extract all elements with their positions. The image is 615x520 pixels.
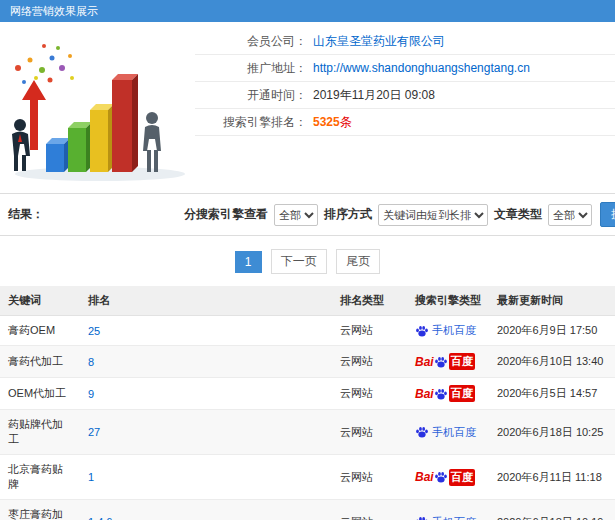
open-time-value: 2019年11月20日 09:08 — [307, 82, 435, 108]
baidu-paw-icon — [415, 324, 429, 338]
cell-updated: 2020年6月9日 17:50 — [489, 316, 615, 346]
cell-keyword: 药贴牌代加工 — [0, 410, 80, 455]
cell-rank-type: 云网站 — [332, 500, 407, 520]
header-updated: 最新更新时间 — [489, 286, 615, 316]
mobile-baidu-label: 手机百度 — [432, 323, 476, 338]
cell-keyword: 北京膏药贴牌 — [0, 455, 80, 500]
baidu-paw-icon — [434, 387, 448, 401]
cell-keyword: 膏药代加工 — [0, 346, 80, 378]
cell-rank-type: 云网站 — [332, 410, 407, 455]
results-tbody: 膏药OEM 25 云网站 手机百度 2020年6月9日 17:50 膏药代加工 … — [0, 316, 615, 520]
rank-count-value: 5325条 — [307, 109, 352, 135]
cell-rank-type: 云网站 — [332, 378, 407, 410]
mobile-baidu-label: 手机百度 — [432, 425, 476, 440]
filter-bar: 结果： 分搜索引擎查看 全部 排序方式 关键词由短到长排序 文章类型 全部 提交 — [0, 193, 615, 236]
page-next-button[interactable]: 下一页 — [271, 249, 327, 274]
promo-url-link[interactable]: http://www.shandonghuangshengtang.cn — [307, 55, 530, 81]
company-link[interactable]: 山东皇圣堂药业有限公司 — [307, 28, 445, 54]
header-rank: 排名 — [80, 286, 332, 316]
page-current[interactable]: 1 — [235, 251, 262, 273]
baidu-bai-text: Bai — [415, 387, 434, 401]
cell-updated: 2020年6月18日 10:19 — [489, 500, 615, 520]
baidu-du-text: 百度 — [449, 469, 475, 486]
baidu-paw-icon — [415, 515, 429, 520]
info-row-company: 会员公司： 山东皇圣堂药业有限公司 — [195, 28, 615, 55]
cell-rank-type: 云网站 — [332, 455, 407, 500]
sort-filter-label: 排序方式 — [324, 206, 372, 223]
baidu-badge: Bai 百度 — [415, 385, 481, 402]
baidu-badge: Bai 百度 — [415, 469, 481, 486]
decorative-3d-bar-chart-image — [0, 22, 195, 185]
company-label: 会员公司： — [195, 28, 307, 54]
table-row: 枣庄膏药加工 1,4,6 云网站 手机百度 2020年6月18日 10:19 — [0, 500, 615, 520]
table-row: 北京膏药贴牌 1 云网站 Bai 百度 2020年6月11日 11:18 — [0, 455, 615, 500]
cell-keyword: OEM代加工 — [0, 378, 80, 410]
table-header-row: 关键词 排名 排名类型 搜索引擎类型 最新更新时间 — [0, 286, 615, 316]
cell-rank[interactable]: 9 — [88, 388, 94, 400]
article-type-label: 文章类型 — [494, 206, 542, 223]
baidu-du-text: 百度 — [449, 385, 475, 402]
info-row-rank-count: 搜索引擎排名： 5325条 — [195, 109, 615, 136]
results-table: 关键词 排名 排名类型 搜索引擎类型 最新更新时间 膏药OEM 25 云网站 手… — [0, 286, 615, 520]
mobile-baidu-badge: 手机百度 — [415, 425, 481, 440]
cell-rank[interactable]: 8 — [88, 356, 94, 368]
cell-rank[interactable]: 25 — [88, 325, 100, 337]
table-row: 膏药代加工 8 云网站 Bai 百度 2020年6月10日 13:40 — [0, 346, 615, 378]
cell-rank-type: 云网站 — [332, 316, 407, 346]
article-type-select[interactable]: 全部 — [548, 204, 592, 226]
info-row-open-time: 开通时间： 2019年11月20日 09:08 — [195, 82, 615, 109]
cell-rank-type: 云网站 — [332, 346, 407, 378]
submit-button[interactable]: 提交 — [600, 202, 615, 227]
mobile-baidu-badge: 手机百度 — [415, 515, 481, 520]
table-row: 药贴牌代加工 27 云网站 手机百度 2020年6月18日 10:25 — [0, 410, 615, 455]
baidu-du-text: 百度 — [449, 353, 475, 370]
cell-keyword: 膏药OEM — [0, 316, 80, 346]
open-time-label: 开通时间： — [195, 82, 307, 108]
member-info-list: 会员公司： 山东皇圣堂药业有限公司 推广地址： http://www.shand… — [195, 22, 615, 185]
engine-filter-select[interactable]: 全部 — [274, 204, 318, 226]
cell-updated: 2020年6月5日 14:57 — [489, 378, 615, 410]
page-title: 网络营销效果展示 — [10, 5, 98, 17]
mobile-baidu-label: 手机百度 — [432, 515, 476, 520]
baidu-badge: Bai 百度 — [415, 353, 481, 370]
cell-updated: 2020年6月10日 13:40 — [489, 346, 615, 378]
header-rank-type: 排名类型 — [332, 286, 407, 316]
engine-filter-label: 分搜索引擎查看 — [184, 206, 268, 223]
baidu-paw-icon — [415, 425, 429, 439]
page-last-button[interactable]: 尾页 — [336, 249, 380, 274]
rank-count-suffix: 条 — [340, 115, 352, 129]
result-label: 结果： — [8, 206, 44, 223]
header-engine-type: 搜索引擎类型 — [407, 286, 489, 316]
table-row: OEM代加工 9 云网站 Bai 百度 2020年6月5日 14:57 — [0, 378, 615, 410]
rank-count-label: 搜索引擎排名： — [195, 109, 307, 135]
cell-keyword: 枣庄膏药加工 — [0, 500, 80, 520]
header-keyword: 关键词 — [0, 286, 80, 316]
member-info-section: 会员公司： 山东皇圣堂药业有限公司 推广地址： http://www.shand… — [0, 22, 615, 185]
baidu-paw-icon — [434, 470, 448, 484]
pagination: 1 下一页 尾页 — [0, 236, 615, 286]
window-title-bar: 网络营销效果展示 — [0, 0, 615, 22]
rank-count-number: 5325 — [313, 115, 340, 129]
baidu-bai-text: Bai — [415, 470, 434, 484]
cell-rank[interactable]: 1,4,6 — [88, 516, 112, 520]
promo-url-label: 推广地址： — [195, 55, 307, 81]
cell-rank[interactable]: 27 — [88, 426, 100, 438]
baidu-bai-text: Bai — [415, 355, 434, 369]
cell-updated: 2020年6月18日 10:25 — [489, 410, 615, 455]
sort-filter-select[interactable]: 关键词由短到长排序 — [378, 204, 488, 226]
mobile-baidu-badge: 手机百度 — [415, 323, 481, 338]
cell-updated: 2020年6月11日 11:18 — [489, 455, 615, 500]
cell-rank[interactable]: 1 — [88, 471, 94, 483]
baidu-paw-icon — [434, 355, 448, 369]
table-row: 膏药OEM 25 云网站 手机百度 2020年6月9日 17:50 — [0, 316, 615, 346]
info-row-url: 推广地址： http://www.shandonghuangshengtang.… — [195, 55, 615, 82]
